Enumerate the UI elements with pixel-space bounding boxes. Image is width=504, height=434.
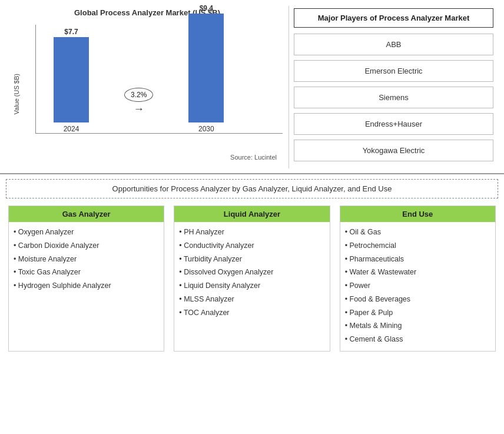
list-item: Water & Wastewater bbox=[345, 266, 490, 279]
list-item: Cement & Glass bbox=[345, 333, 490, 346]
category-header: End Use bbox=[340, 206, 495, 222]
bottom-section: Gas AnalyzerOxygen AnalyzerCarbon Dioxid… bbox=[0, 203, 504, 357]
cagr-circle: 3.2% bbox=[124, 88, 153, 102]
bar-label-2030: 2030 bbox=[198, 125, 214, 133]
top-section: Global Process Analyzer Market (US $B) V… bbox=[0, 0, 504, 174]
bar-group-2024: $7.7 2024 bbox=[54, 28, 89, 133]
list-item: Paper & Pulp bbox=[345, 306, 490, 320]
list-item: Metals & Mining bbox=[345, 319, 490, 333]
list-item: Food & Beverages bbox=[345, 293, 490, 306]
chart-title: Global Process Analyzer Market (US $B) bbox=[12, 8, 283, 17]
category-header: Liquid Analyzer bbox=[174, 206, 329, 222]
bars-container: $7.7 2024 3.2% → $9.4 2030 bbox=[35, 25, 283, 134]
category-column: Liquid AnalyzerPH AnalyzerConductivity A… bbox=[174, 206, 330, 352]
cagr-arrow: → bbox=[134, 103, 144, 115]
player-item: Emerson Electric bbox=[294, 60, 493, 82]
source-text: Source: Lucintel bbox=[12, 154, 283, 161]
player-item: Endress+Hauser bbox=[294, 113, 493, 135]
bar-value-2030: $9.4 bbox=[200, 4, 213, 12]
list-item: Toxic Gas Analyzer bbox=[14, 266, 159, 279]
categories-container: Gas AnalyzerOxygen AnalyzerCarbon Dioxid… bbox=[6, 206, 498, 352]
y-axis-label: Value (US $B) bbox=[13, 74, 20, 115]
list-item: Turbidity Analyzer bbox=[179, 253, 324, 266]
opportunities-label: Opportunities for Process Analyzer by Ga… bbox=[112, 184, 392, 193]
list-item: PH Analyzer bbox=[179, 226, 324, 239]
bar-group-2030: $9.4 2030 bbox=[188, 4, 224, 133]
list-item: Liquid Density Analyzer bbox=[179, 279, 324, 293]
opportunities-section: Opportunities for Process Analyzer by Ga… bbox=[6, 179, 498, 198]
player-item: ABB bbox=[294, 34, 493, 55]
list-item: Hydrogen Sulphide Analyzer bbox=[14, 279, 159, 293]
category-items-list: PH AnalyzerConductivity AnalyzerTurbidit… bbox=[174, 226, 329, 319]
players-list: ABBEmerson ElectricSiemensEndress+Hauser… bbox=[294, 34, 493, 161]
category-items-list: Oxygen AnalyzerCarbon Dioxide AnalyzerMo… bbox=[9, 226, 164, 293]
list-item: Pharmaceuticals bbox=[345, 253, 490, 266]
list-item: Power bbox=[345, 279, 490, 293]
players-area: Major Players of Process Analyzer Market… bbox=[289, 6, 498, 168]
chart-area: Global Process Analyzer Market (US $B) V… bbox=[6, 6, 289, 168]
bar-label-2024: 2024 bbox=[64, 125, 79, 133]
list-item: Conductivity Analyzer bbox=[179, 239, 324, 253]
bar-2030 bbox=[188, 14, 224, 122]
category-column: Gas AnalyzerOxygen AnalyzerCarbon Dioxid… bbox=[8, 206, 164, 352]
player-item: Siemens bbox=[294, 87, 493, 108]
list-item: MLSS Analyzer bbox=[179, 293, 324, 306]
list-item: Oxygen Analyzer bbox=[14, 226, 159, 239]
list-item: Moisture Analyzer bbox=[14, 253, 159, 266]
player-item: Yokogawa Electric bbox=[294, 140, 493, 161]
list-item: Oil & Gas bbox=[345, 226, 490, 239]
category-items-list: Oil & GasPetrochemcialPharmaceuticalsWat… bbox=[340, 226, 495, 346]
bar-2024 bbox=[54, 37, 89, 122]
bar-value-2024: $7.7 bbox=[64, 28, 78, 36]
category-column: End UseOil & GasPetrochemcialPharmaceuti… bbox=[340, 206, 496, 352]
chart-wrapper: Value (US $B) $7.7 2024 3.2% → bbox=[12, 22, 283, 151]
category-header: Gas Analyzer bbox=[9, 206, 164, 222]
chart-container: Value (US $B) $7.7 2024 3.2% → bbox=[12, 22, 283, 161]
list-item: TOC Analyzer bbox=[179, 306, 324, 320]
list-item: Petrochemcial bbox=[345, 239, 490, 253]
list-item: Carbon Dioxide Analyzer bbox=[14, 239, 159, 253]
players-title: Major Players of Process Analyzer Market bbox=[294, 8, 493, 28]
list-item: Dissolved Oxygen Analyzer bbox=[179, 266, 324, 279]
cagr-annotation: 3.2% → bbox=[124, 88, 153, 115]
